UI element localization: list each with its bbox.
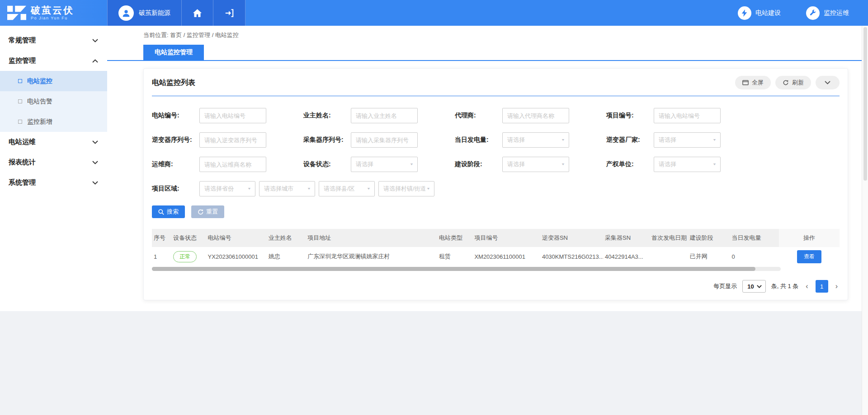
login-arrow-icon <box>224 9 234 18</box>
cell-stage: 已并网 <box>688 247 730 266</box>
lightning-icon <box>738 6 751 20</box>
cell-station-no: YX2023061000001 <box>206 247 267 266</box>
cell-owner: 姚忠 <box>267 247 306 266</box>
bullet-square-icon <box>18 99 22 103</box>
horizontal-scrollbar-thumb[interactable] <box>152 267 755 271</box>
town-select[interactable]: 请选择村镇/街道 ▼ <box>378 181 434 196</box>
fullscreen-button[interactable]: 全屏 <box>735 76 771 89</box>
build-stage-select[interactable]: 请选择 ▼ <box>502 157 569 172</box>
property-unit-select[interactable]: 请选择 ▼ <box>654 157 721 172</box>
filter-form: 电站编号: 业主姓名: 代理商: 项目编号: <box>152 96 840 218</box>
status-badge: 正常 <box>173 251 197 262</box>
caret-down-icon: ▼ <box>367 187 371 191</box>
cell-index: 1 <box>152 247 171 266</box>
table-header-row: 序号 设备状态 电站编号 业主姓名 项目地址 电站类型 项目编号 逆变器SN 采… <box>152 229 840 247</box>
nav-monitor-ops[interactable]: 监控运维 <box>806 6 849 20</box>
breadcrumb: 当前位置: 首页 / 监控管理 / 电站监控 <box>107 26 862 41</box>
sidebar-subitem-station-monitor[interactable]: 电站监控 <box>0 71 107 91</box>
station-no-input[interactable] <box>199 108 266 123</box>
caret-down-icon: ▼ <box>712 138 717 142</box>
caret-down-icon: ▼ <box>247 187 251 191</box>
bullet-square-icon <box>18 120 22 124</box>
tab-bar: 电站监控管理 <box>107 45 862 61</box>
district-select[interactable]: 请选择县/区 ▼ <box>319 181 375 196</box>
home-button[interactable] <box>182 0 213 26</box>
home-icon <box>193 9 202 18</box>
city-select[interactable]: 请选择城市 ▼ <box>259 181 315 196</box>
reset-icon <box>198 209 203 215</box>
ops-vendor-input[interactable] <box>199 157 266 172</box>
card-title: 电站监控列表 <box>152 78 195 88</box>
brand-subtitle: Po Jian Yun Fu <box>31 16 74 21</box>
table-row: 1 正常 YX2023061000001 姚忠 广东深圳龙华区观澜镇姚家庄村 租… <box>152 247 840 266</box>
breadcrumb-path: 首页 / 监控管理 / 电站监控 <box>170 32 239 38</box>
next-page-button[interactable]: › <box>834 282 840 290</box>
cell-daily-gen: 0 <box>730 247 779 266</box>
collector-sn-input[interactable] <box>351 132 418 148</box>
refresh-button[interactable]: 刷新 <box>775 76 811 89</box>
chevron-up-icon <box>92 59 98 63</box>
sidebar: 常规管理 监控管理 电站监控 电站告警 监控新增 <box>0 26 107 311</box>
brand-title: 破茧云伏 <box>31 5 74 15</box>
caret-down-icon: ▼ <box>561 138 565 142</box>
cell-collector-sn: 40422914A3... <box>603 247 650 266</box>
app-body: 常规管理 监控管理 电站监控 电站告警 监控新增 <box>0 26 862 311</box>
chevron-down-icon <box>92 140 98 144</box>
topbar: 破茧云伏 Po Jian Yun Fu 破茧新能源 <box>0 0 868 26</box>
company-name: 破茧新能源 <box>139 9 170 17</box>
chevron-down-icon <box>825 81 830 84</box>
search-icon <box>158 209 164 215</box>
province-select[interactable]: 请选择省份 ▼ <box>199 181 255 196</box>
caret-down-icon: ▼ <box>561 163 565 166</box>
inverter-vendor-select[interactable]: 请选择 ▼ <box>654 132 721 148</box>
sidebar-item-monitor[interactable]: 监控管理 <box>0 51 107 71</box>
collapse-panel-button[interactable] <box>816 76 840 89</box>
topbar-nav: 破茧新能源 <box>107 0 245 26</box>
caret-down-icon: ▼ <box>410 163 414 166</box>
vertical-scrollbar-thumb[interactable] <box>863 27 867 181</box>
caret-down-icon: ▼ <box>712 163 717 166</box>
user-menu[interactable]: 破茧新能源 <box>107 0 182 26</box>
topbar-right: 电站建设 监控运维 <box>738 0 868 26</box>
vertical-scrollbar[interactable] <box>862 26 868 415</box>
search-button[interactable]: 搜索 <box>152 205 185 218</box>
cell-inverter-sn: 4030KMTS216G0213... <box>540 247 603 266</box>
current-page-button[interactable]: 1 <box>816 280 828 293</box>
daily-generation-select[interactable]: 请选择 ▼ <box>502 132 569 148</box>
refresh-icon <box>783 79 789 86</box>
agent-input[interactable] <box>502 108 569 123</box>
sidebar-submenu: 电站监控 电站告警 监控新增 <box>0 71 107 132</box>
sidebar-item-station-ops[interactable]: 电站运维 <box>0 132 107 152</box>
prev-page-button[interactable]: ‹ <box>804 282 810 290</box>
chevron-down-icon <box>92 181 98 185</box>
sidebar-item-reports[interactable]: 报表统计 <box>0 152 107 173</box>
monitor-table: 序号 设备状态 电站编号 业主姓名 项目地址 电站类型 项目编号 逆变器SN 采… <box>152 229 840 271</box>
tab-station-monitor-mgmt[interactable]: 电站监控管理 <box>143 45 204 60</box>
sidebar-item-general[interactable]: 常规管理 <box>0 30 107 51</box>
nav-station-build[interactable]: 电站建设 <box>738 6 781 20</box>
reset-button[interactable]: 重置 <box>191 205 224 218</box>
logout-button[interactable] <box>213 0 245 26</box>
sidebar-subitem-monitor-add[interactable]: 监控新增 <box>0 112 107 132</box>
brand-logo-icon <box>7 5 26 21</box>
chevron-down-icon <box>757 285 762 288</box>
pagination: 每页显示 10 条, 共 1 条 ‹ 1 › <box>152 280 840 293</box>
fullscreen-icon <box>742 80 749 85</box>
horizontal-scrollbar[interactable] <box>152 267 781 271</box>
device-status-select[interactable]: 请选择 ▼ <box>351 157 418 172</box>
sidebar-item-system[interactable]: 系统管理 <box>0 173 107 193</box>
cell-project-no: XM2023061100001 <box>472 247 540 266</box>
monitor-list-card: 电站监控列表 全屏 <box>143 68 848 300</box>
cell-first-gen-date <box>650 247 688 266</box>
sidebar-subitem-station-alarm[interactable]: 电站告警 <box>0 91 107 112</box>
view-button[interactable]: 查看 <box>797 250 821 263</box>
project-no-input[interactable] <box>654 108 721 123</box>
brand-logo: 破茧云伏 Po Jian Yun Fu <box>0 0 107 26</box>
caret-down-icon: ▼ <box>426 187 430 191</box>
per-page-select[interactable]: 10 <box>742 280 765 293</box>
chevron-down-icon <box>92 39 98 42</box>
chevron-down-icon <box>92 161 98 164</box>
cell-address: 广东深圳龙华区观澜镇姚家庄村 <box>306 247 437 266</box>
inverter-sn-input[interactable] <box>199 132 266 148</box>
owner-name-input[interactable] <box>351 108 418 123</box>
